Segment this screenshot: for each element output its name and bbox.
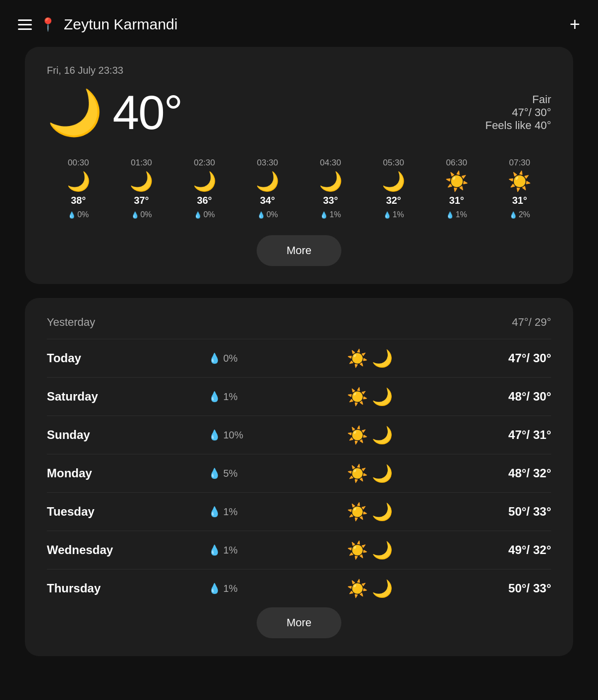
- forecast-moon-icon: 🌙: [372, 540, 393, 560]
- top-bar: 📍 Zeytun Karmandi +: [0, 0, 598, 47]
- more-button-current[interactable]: More: [257, 235, 341, 266]
- hour-precip: 💧1%: [446, 210, 467, 219]
- drop-icon: 💧: [446, 211, 454, 219]
- hour-precip: 💧1%: [320, 210, 341, 219]
- current-weather-card: Fri, 16 July 23:33 🌙 40° Fair 47°/ 30° F…: [25, 47, 573, 284]
- forecast-day: Thursday: [47, 581, 147, 595]
- current-weather-row: 🌙 40° Fair 47°/ 30° Feels like 40°: [47, 85, 551, 140]
- condition-label: Fair: [485, 93, 551, 106]
- hour-item: 06:30 ☀️ 31° 💧1%: [425, 158, 488, 219]
- forecast-temps: 47°/ 30°: [471, 351, 551, 365]
- forecast-icons: ☀️ 🌙: [330, 502, 410, 522]
- forecast-day: Sunday: [47, 428, 147, 442]
- forecast-sun-icon: ☀️: [347, 463, 368, 483]
- hour-time: 03:30: [257, 158, 278, 168]
- forecast-moon-icon: 🌙: [372, 463, 393, 483]
- drop-icon: 💧: [208, 429, 221, 441]
- hour-temp: 31°: [512, 195, 527, 206]
- more-button-forecast[interactable]: More: [257, 607, 341, 638]
- hour-temp: 38°: [71, 195, 86, 206]
- high-low: 47°/ 30°: [485, 106, 551, 119]
- yesterday-label: Yesterday: [47, 316, 95, 329]
- forecast-row: Tuesday 💧1% ☀️ 🌙 50°/ 33°: [47, 492, 551, 531]
- forecast-precip: 💧10%: [208, 429, 268, 441]
- drop-icon: 💧: [208, 582, 221, 594]
- forecast-row: Sunday 💧10% ☀️ 🌙 47°/ 31°: [47, 416, 551, 454]
- drop-icon: 💧: [509, 211, 517, 219]
- hour-precip: 💧2%: [509, 210, 530, 219]
- add-location-button[interactable]: +: [570, 14, 580, 35]
- hour-temp: 34°: [260, 195, 275, 206]
- forecast-precip: 💧1%: [208, 582, 268, 594]
- feels-like: Feels like 40°: [485, 119, 551, 132]
- current-temperature: 40°: [113, 85, 182, 140]
- hour-item: 03:30 🌙 34° 💧0%: [236, 158, 299, 219]
- forecast-precip: 💧0%: [208, 352, 268, 364]
- hourly-row: 00:30 🌙 38° 💧0% 01:30 🌙 37° 💧0% 02:30 🌙 …: [47, 158, 551, 219]
- forecast-icons: ☀️ 🌙: [330, 578, 410, 598]
- menu-button[interactable]: [18, 19, 32, 30]
- forecast-icons: ☀️ 🌙: [330, 348, 410, 368]
- current-weather-left: 🌙 40°: [47, 85, 182, 140]
- forecast-sun-icon: ☀️: [347, 502, 368, 522]
- hour-precip: 💧0%: [131, 210, 152, 219]
- hour-icon: 🌙: [256, 172, 279, 191]
- forecast-moon-icon: 🌙: [372, 387, 393, 407]
- hour-item: 02:30 🌙 36° 💧0%: [173, 158, 236, 219]
- hour-precip: 💧1%: [383, 210, 404, 219]
- forecast-moon-icon: 🌙: [372, 425, 393, 445]
- forecast-icons: ☀️ 🌙: [330, 387, 410, 407]
- hour-temp: 31°: [449, 195, 464, 206]
- forecast-sun-icon: ☀️: [347, 425, 368, 445]
- drop-icon: 💧: [208, 352, 221, 364]
- forecast-sun-icon: ☀️: [347, 540, 368, 560]
- hour-icon: ☀️: [508, 172, 531, 191]
- forecast-header: Yesterday 47°/ 29°: [47, 316, 551, 329]
- forecast-sun-icon: ☀️: [347, 387, 368, 407]
- forecast-day: Monday: [47, 466, 147, 480]
- drop-icon: 💧: [131, 211, 139, 219]
- current-weather-icon: 🌙: [47, 90, 103, 135]
- forecast-day: Tuesday: [47, 505, 147, 519]
- drop-icon: 💧: [257, 211, 265, 219]
- forecast-temps: 47°/ 31°: [471, 428, 551, 442]
- forecast-moon-icon: 🌙: [372, 348, 393, 368]
- hour-time: 01:30: [131, 158, 152, 168]
- location-icon: 📍: [40, 17, 56, 32]
- hour-temp: 33°: [323, 195, 338, 206]
- forecast-day: Wednesday: [47, 543, 147, 557]
- hour-time: 02:30: [194, 158, 215, 168]
- forecast-sun-icon: ☀️: [347, 578, 368, 598]
- hour-icon: 🌙: [319, 172, 342, 191]
- forecast-card: Yesterday 47°/ 29° Today 💧0% ☀️ 🌙 47°/ 3…: [25, 298, 573, 656]
- current-weather-right: Fair 47°/ 30° Feels like 40°: [485, 93, 551, 132]
- forecast-temps: 50°/ 33°: [471, 505, 551, 519]
- hour-temp: 37°: [134, 195, 149, 206]
- hour-precip: 💧0%: [257, 210, 278, 219]
- forecast-icons: ☀️ 🌙: [330, 463, 410, 483]
- forecast-row: Saturday 💧1% ☀️ 🌙 48°/ 30°: [47, 377, 551, 416]
- drop-icon: 💧: [208, 506, 221, 518]
- forecast-precip: 💧1%: [208, 544, 268, 556]
- forecast-day: Today: [47, 351, 147, 365]
- forecast-day: Saturday: [47, 390, 147, 404]
- hour-time: 00:30: [68, 158, 89, 168]
- date-time: Fri, 16 July 23:33: [47, 65, 551, 76]
- forecast-precip: 💧5%: [208, 467, 268, 479]
- forecast-moon-icon: 🌙: [372, 502, 393, 522]
- hour-icon: 🌙: [382, 172, 405, 191]
- forecast-temps: 48°/ 32°: [471, 466, 551, 480]
- hour-item: 07:30 ☀️ 31° 💧2%: [488, 158, 552, 219]
- forecast-sun-icon: ☀️: [347, 348, 368, 368]
- forecast-precip: 💧1%: [208, 506, 268, 518]
- forecast-precip: 💧1%: [208, 391, 268, 403]
- hour-time: 04:30: [320, 158, 341, 168]
- drop-icon: 💧: [194, 211, 202, 219]
- drop-icon: 💧: [208, 391, 221, 403]
- forecast-row: Today 💧0% ☀️ 🌙 47°/ 30°: [47, 339, 551, 377]
- hour-icon: ☀️: [445, 172, 468, 191]
- hour-item: 00:30 🌙 38° 💧0%: [47, 158, 110, 219]
- forecast-temps: 49°/ 32°: [471, 543, 551, 557]
- hour-time: 05:30: [383, 158, 404, 168]
- forecast-icons: ☀️ 🌙: [330, 425, 410, 445]
